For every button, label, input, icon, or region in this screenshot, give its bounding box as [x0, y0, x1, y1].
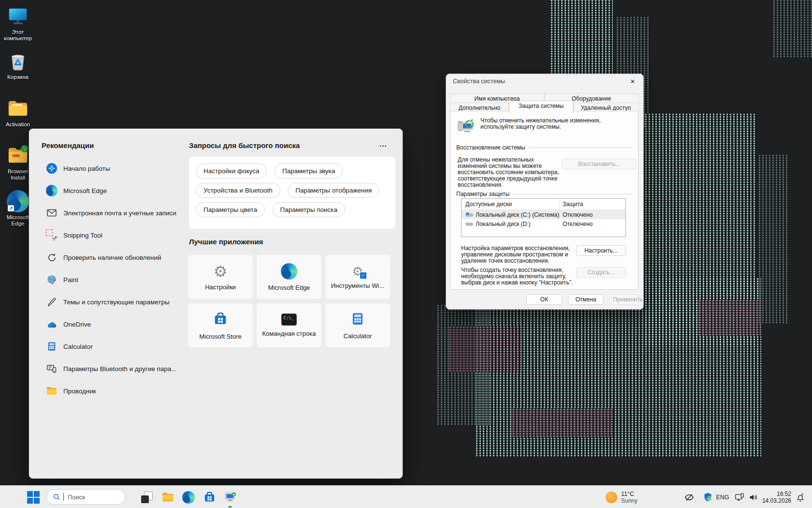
app-tile-label: Инструменты Wi... — [331, 282, 385, 289]
disk-label: Локальный диск (C:) (Система) — [476, 211, 559, 218]
wallpaper-pink-block — [698, 300, 761, 336]
quick-search-pill[interactable]: Параметры звука — [275, 164, 343, 179]
disk-status: Отключено — [560, 211, 625, 218]
language-indicator[interactable]: ENG — [714, 486, 731, 508]
quick-search-pill[interactable]: Параметры цвета — [196, 202, 265, 217]
column-header-protection: Защита — [560, 201, 625, 208]
quick-search-pill[interactable]: Устройства и Bluetooth — [196, 183, 280, 198]
wallpaper-block — [773, 0, 812, 58]
recommendation-edge[interactable]: Microsoft Edge — [42, 179, 196, 202]
desktop-icon-activation[interactable]: Activation — [0, 97, 36, 128]
app-tile-label: Настройки — [205, 284, 236, 291]
eye-slash-icon — [684, 492, 695, 503]
app-tile-calculator[interactable]: Calculator — [325, 303, 391, 348]
system-protection-page: Чтобы отменить нежелательные изменения, … — [450, 111, 638, 290]
app-tile-settings[interactable]: ⚙ Настройки — [188, 254, 253, 299]
system-properties-dialog: Свойства системы ✕ Имя компьютера Оборуд… — [446, 74, 644, 310]
wallpaper-block — [759, 155, 788, 324]
store-icon — [213, 311, 228, 329]
desktop-icon-recycle-bin[interactable]: Корзина — [0, 50, 36, 80]
desktop-icon-this-pc[interactable]: Этот компьютер — [0, 5, 36, 42]
recommendation-label: Параметры Bluetooth и другие пара... — [63, 365, 177, 373]
system-window-icon — [224, 491, 237, 504]
configure-description: Настройка параметров восстановления, упр… — [461, 245, 571, 264]
system-properties-taskbar-button[interactable] — [220, 486, 240, 508]
protection-drives-table[interactable]: Доступные диски Защита Локальный диск (C… — [461, 198, 626, 237]
recommendation-get-started[interactable]: Начало работы — [42, 157, 196, 179]
apply-button[interactable]: Применить — [609, 294, 638, 305]
hidden-icons-button[interactable] — [681, 486, 698, 508]
recommendation-bluetooth-settings[interactable]: Параметры Bluetooth и другие пара... — [42, 358, 196, 380]
quick-search-pill[interactable]: Параметры поиска — [273, 202, 346, 217]
disk-d-icon — [465, 222, 473, 226]
recommendation-themes[interactable]: Темы и сопутствующие параметры — [42, 291, 196, 313]
clock-widget[interactable]: 16:52 14.03.2026 — [762, 486, 791, 508]
taskbar-search-box[interactable] — [46, 489, 126, 505]
shortcut-arrow-icon: ↗ — [8, 205, 14, 211]
more-options-button[interactable]: ... — [376, 141, 391, 150]
task-view-icon — [141, 492, 153, 503]
folder-download-icon: ↓ — [7, 144, 29, 166]
table-row-disk-c[interactable]: Локальный диск (C:) (Система) Отключено — [462, 210, 625, 219]
svg-text:z: z — [801, 492, 803, 495]
recommendation-snipping-tool[interactable]: ✂ Snipping Tool — [42, 224, 196, 246]
weather-condition: Sunny — [621, 497, 638, 504]
create-button[interactable]: Создать... — [576, 267, 626, 278]
get-started-icon — [45, 162, 58, 175]
recommendations-title: Рекомендации — [42, 141, 94, 149]
windows-logo-icon — [27, 491, 40, 504]
app-tile-label: Microsoft Store — [199, 333, 241, 340]
security-tray-button[interactable] — [699, 486, 716, 508]
quick-search-pill[interactable]: Настройки фокуса — [196, 164, 267, 179]
quick-search-pill[interactable]: Параметры отображения — [288, 183, 379, 198]
quick-searches-title: Запросы для быстрого поиска — [189, 141, 300, 149]
ok-button[interactable]: ОК — [526, 294, 562, 305]
configure-button[interactable]: Настроить... — [576, 245, 626, 256]
app-tile-label: Командная строка — [262, 330, 316, 337]
notifications-button[interactable]: z — [793, 486, 808, 508]
search-input[interactable] — [67, 493, 117, 501]
display-tray-button[interactable] — [732, 486, 747, 508]
desktop-icon-label: Activation — [6, 121, 30, 128]
app-tile-edge[interactable]: Microsoft Edge — [256, 254, 322, 299]
edge-icon — [45, 184, 58, 197]
app-tile-windows-tools[interactable]: ⚙✓ Инструменты Wi... — [325, 254, 391, 299]
edge-icon — [182, 491, 195, 504]
table-row-disk-d[interactable]: Локальный диск (D:) Отключено — [462, 219, 625, 228]
disk-status: Отключено — [560, 221, 625, 227]
edge-icon: ↗ — [7, 190, 29, 212]
recommendation-label: OneDrive — [63, 321, 91, 328]
onedrive-cloud-icon — [45, 318, 58, 330]
disk-label: Локальный диск (D:) — [476, 221, 531, 227]
folder-icon — [7, 97, 29, 120]
tab-system-protection[interactable]: Защита системы — [509, 101, 573, 113]
dialog-intro-text: Чтобы отменить нежелательные изменения, … — [480, 118, 631, 130]
close-icon[interactable]: ✕ — [628, 77, 638, 87]
gear-icon: ⚙ — [214, 264, 228, 279]
wallpaper-pink-block — [512, 409, 614, 438]
task-view-button[interactable] — [137, 486, 157, 508]
volume-tray-button[interactable] — [746, 486, 761, 508]
edge-taskbar-button[interactable] — [179, 486, 198, 508]
recommendation-check-updates[interactable]: Проверить наличие обновлений — [42, 246, 196, 269]
mail-icon — [45, 207, 58, 219]
start-button[interactable] — [24, 486, 43, 508]
weather-widget[interactable]: 11°C Sunny — [606, 486, 638, 508]
store-taskbar-button[interactable] — [200, 486, 219, 508]
command-prompt-icon: C:\_ — [281, 314, 297, 326]
restore-button[interactable]: Восстановить... — [562, 159, 637, 169]
clock-time: 16:52 — [762, 491, 791, 497]
recommendation-calculator[interactable]: Calculator — [42, 335, 196, 358]
recommendation-mail[interactable]: Электронная почта и учетные записи — [42, 202, 196, 224]
recommendation-explorer[interactable]: Проводник — [42, 380, 196, 402]
cancel-button[interactable]: Отмена — [568, 294, 604, 305]
disk-c-icon — [465, 212, 473, 217]
recommendation-paint[interactable]: Paint — [42, 269, 196, 291]
file-explorer-button[interactable] — [158, 486, 177, 508]
app-tile-store[interactable]: Microsoft Store — [188, 303, 253, 348]
create-point-description: Чтобы создать точку восстановления, необ… — [461, 267, 575, 286]
language-label: ENG — [716, 494, 729, 501]
recommendation-onedrive[interactable]: OneDrive — [42, 313, 196, 335]
app-tile-label: Calculator — [344, 332, 372, 340]
app-tile-cmd[interactable]: C:\_ Командная строка — [256, 303, 322, 348]
